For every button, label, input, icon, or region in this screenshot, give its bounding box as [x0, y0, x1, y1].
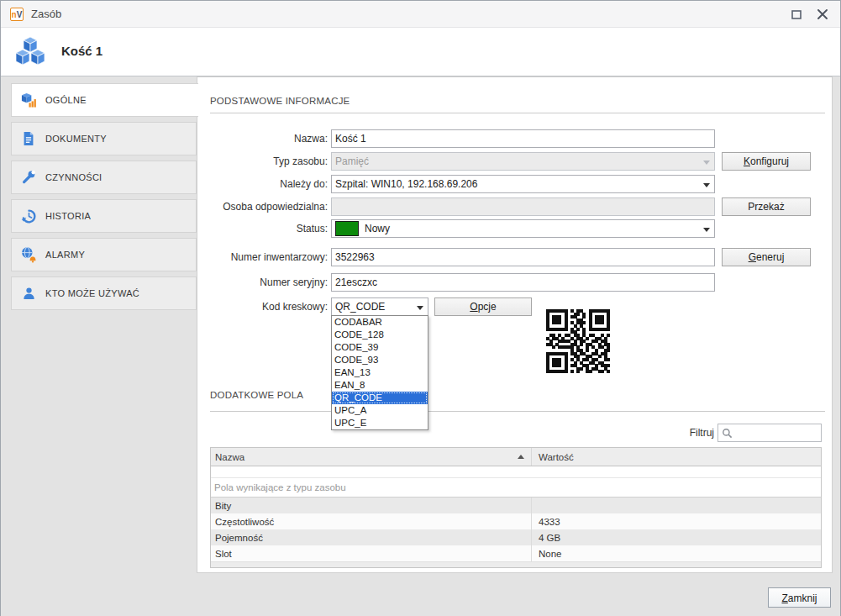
table-footer-strip [211, 561, 821, 567]
barcode-option-upc-a[interactable]: UPC_A [332, 404, 428, 417]
section-title-basic-info: PODSTAWOWE INFORMACJE [210, 96, 350, 106]
resource-cubes-icon [13, 35, 47, 72]
numer-inwentarzowy-input[interactable]: 3522963 [331, 248, 715, 266]
sidebar-item-label: OGÓLNE [45, 95, 87, 105]
cell-name: Częstotliwość [211, 513, 532, 529]
wrench-icon [19, 169, 38, 186]
typ-zasobu-value: Pamięć [335, 153, 369, 170]
general-tab-panel: PODSTAWOWE INFORMACJE Nazwa:Kość 1Typ za… [197, 76, 833, 573]
dropdown-arrow-icon [703, 161, 710, 165]
dropdown-arrow-icon [417, 306, 423, 310]
maximize-icon [791, 10, 802, 19]
status-color-swatch [335, 221, 359, 236]
nalezy-do-combo[interactable]: Szpital: WIN10, 192.168.69.206 [331, 175, 715, 193]
numer-seryjny-input[interactable]: 21esczxc [331, 273, 715, 292]
nalezy-do-value: Szpital: WIN10, 192.168.69.206 [335, 176, 477, 192]
app-logo-icon: nV [10, 8, 24, 21]
person-icon [19, 285, 38, 302]
barcode-option-codabar[interactable]: CODABAR [332, 316, 428, 329]
status-value: Nowy [365, 220, 390, 237]
barcode-option-code-128[interactable]: CODE_128 [332, 329, 428, 341]
cell-name: Slot [211, 545, 532, 561]
column-header-label: Nazwa [215, 452, 244, 462]
sidebar-item-czynnosci[interactable]: CZYNNOŚCI [11, 161, 197, 194]
barcode-option-upc-e[interactable]: UPC_E [332, 417, 428, 429]
document-icon [19, 130, 38, 147]
osoba-odpowiedzialna-label: Osoba odpowiedzialna: [202, 197, 328, 216]
qr-code-image [546, 309, 610, 373]
nazwa-value: Kość 1 [335, 133, 366, 145]
table-group-row: Pola wynikające z typu zasobu [211, 477, 821, 498]
sidebar-item-label: CZYNNOŚCI [45, 172, 102, 182]
przekaz-button[interactable]: Przekaż [722, 197, 811, 216]
sidebar-item-historia[interactable]: HISTORIA [11, 199, 197, 233]
sidebar-item-label: HISTORIA [45, 211, 91, 221]
barcode-dropdown-list: CODABARCODE_128CODE_39CODE_93EAN_13EAN_8… [331, 315, 428, 430]
kod-kreskowy-label: Kod kreskowy: [202, 297, 328, 316]
close-window-button[interactable] [811, 3, 833, 25]
sidebar-item-dokumenty[interactable]: DOKUMENTY [11, 122, 197, 155]
section-divider [210, 113, 825, 113]
additional-fields-table: NazwaWartośćPola wynikające z typu zasob… [210, 447, 822, 568]
kod-kreskowy-value: QR_CODE [335, 298, 385, 315]
barcode-option-code-39[interactable]: CODE_39 [332, 341, 428, 354]
osoba-odpowiedzialna-input [331, 197, 715, 216]
numer-seryjny-label: Numer seryjny: [202, 273, 328, 292]
table-row[interactable]: Pojemność4 GB [211, 529, 821, 545]
nazwa-input[interactable]: Kość 1 [331, 129, 715, 148]
sidebar-item-ogolne[interactable]: OGÓLNE [11, 83, 198, 117]
nazwa-label: Nazwa: [202, 129, 328, 148]
opcje-button[interactable]: Opcje [434, 297, 532, 316]
cell-name: Pojemność [211, 529, 532, 545]
numer-inwentarzowy-label: Numer inwentarzowy: [202, 248, 328, 266]
cell-value: 4333 [532, 517, 821, 527]
typ-zasobu-label: Typ zasobu: [202, 152, 328, 171]
barcode-option-code-93[interactable]: CODE_93 [332, 354, 428, 366]
numer-seryjny-value: 21esczxc [335, 276, 377, 288]
column-header-nazwa[interactable]: Nazwa [211, 448, 532, 466]
dialog-body: OGÓLNEDOKUMENTYCZYNNOŚCIHISTORIAALARMYKT… [1, 76, 840, 616]
resource-dialog-window: nV Zasób Kość 1 OGÓLNEDOKUMENTYCZYNNOŚCI… [0, 0, 841, 616]
maximize-button[interactable] [785, 3, 807, 25]
sidebar-item-alarmy[interactable]: ALARMY [11, 238, 197, 271]
sidebar-item-label: DOKUMENTY [45, 134, 107, 144]
kod-kreskowy-combo[interactable]: QR_CODE [331, 297, 428, 316]
table-header-row: NazwaWartość [211, 448, 821, 466]
cell-value: 4 GB [532, 533, 821, 543]
title-bar: nV Zasób [1, 1, 840, 28]
filter-field[interactable] [717, 424, 822, 442]
sidebar-item-label: KTO MOŻE UŻYWAĆ [45, 288, 139, 298]
barcode-option-ean-13[interactable]: EAN_13 [332, 366, 428, 379]
box-chart-icon [19, 92, 38, 108]
close-button[interactable]: Zamknij [768, 587, 831, 608]
section-divider [210, 411, 825, 412]
status-label: Status: [202, 219, 328, 238]
numer-inwentarzowy-value: 3522963 [335, 251, 375, 263]
column-header-wartosc[interactable]: Wartość [532, 452, 821, 462]
history-icon [19, 208, 38, 224]
resource-title: Kość 1 [61, 44, 102, 58]
cell-value: None [532, 549, 821, 559]
alarm-globe-icon [19, 246, 38, 263]
table-row[interactable]: SlotNone [211, 545, 821, 561]
sidebar-item-label: ALARMY [45, 250, 85, 260]
generuj-button[interactable]: Generuj [722, 248, 811, 266]
filter-label: Filtruj [584, 424, 714, 442]
dialog-header: Kość 1 [1, 28, 840, 76]
section-title-additional-fields: DODATKOWE POLA [210, 390, 303, 400]
filter-input[interactable] [733, 424, 821, 441]
sidebar-item-kto-moze-uzywac[interactable]: KTO MOŻE UŻYWAĆ [11, 276, 197, 310]
table-row[interactable]: Bity [211, 498, 821, 513]
close-icon [817, 9, 828, 19]
table-row[interactable]: Częstotliwość4333 [211, 513, 821, 529]
cell-name: Bity [211, 498, 532, 513]
search-icon [722, 428, 733, 439]
status-combo[interactable]: Nowy [331, 219, 715, 238]
nalezy-do-label: Należy do: [202, 175, 328, 193]
konfiguruj-button[interactable]: Konfiguruj [722, 152, 811, 171]
barcode-option-qr-code[interactable]: QR_CODE [332, 392, 428, 404]
barcode-option-ean-8[interactable]: EAN_8 [332, 379, 428, 392]
table-spacer [211, 466, 821, 477]
window-title: Zasób [31, 8, 61, 20]
dropdown-arrow-icon [703, 228, 710, 232]
